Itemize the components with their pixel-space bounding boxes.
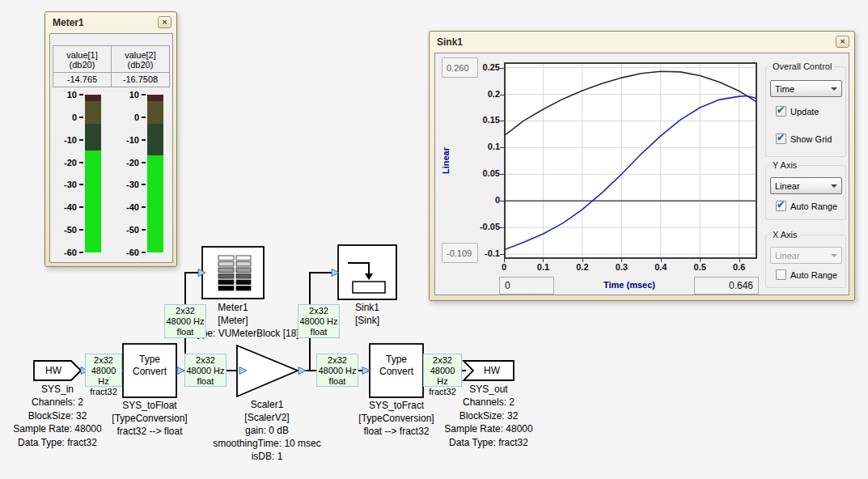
- meter1-titlebar[interactable]: Meter1 ✕: [45, 12, 176, 32]
- meter-scale-dash: [79, 162, 83, 163]
- meter-scale-dash: [79, 229, 83, 231]
- meter-scale-dash: [142, 139, 146, 141]
- x-scale-dropdown: Linear: [770, 247, 842, 264]
- update-checkbox-row[interactable]: Update: [772, 106, 819, 117]
- meter-scale-tick: -30: [116, 180, 139, 190]
- y-axis-title: Linear: [441, 137, 451, 185]
- y-auto-range-checkbox[interactable]: [776, 201, 786, 211]
- meter-bar-segment: [85, 150, 101, 252]
- axis-tick-label: [500, 95, 504, 95]
- type-convert-2-text: Type Convert: [370, 354, 423, 378]
- close-icon[interactable]: ✕: [836, 36, 849, 48]
- meter-bar-segment: [147, 101, 163, 124]
- meter-bar-segment: [147, 124, 163, 155]
- meter-scale-tick: -60: [116, 248, 139, 258]
- meter-scale-tick: 0: [116, 112, 139, 123]
- meter-scale-dash: [79, 117, 83, 118]
- pin: [362, 367, 370, 375]
- x-max-box[interactable]: 0.646: [694, 277, 759, 295]
- meter-scale-tick: -10: [54, 135, 77, 146]
- chevron-down-icon: [831, 184, 837, 188]
- overall-control-group: Overall Control Time Update Show Grid: [765, 66, 846, 157]
- x-axis-group: X Axis Linear Auto Range: [765, 235, 846, 288]
- meter-scale-tick: -50: [54, 225, 77, 235]
- overall-control-legend: Overall Control: [770, 61, 834, 71]
- axis-tick-label: 0.2: [569, 262, 596, 272]
- pin: [299, 367, 306, 375]
- vu-meter-bars: 100-10-20-30-40-50-60100-10-20-30-40-50-…: [50, 34, 172, 262]
- close-icon[interactable]: ✕: [158, 16, 171, 28]
- hw-in-label: HW: [34, 364, 73, 377]
- show-grid-checkbox-row[interactable]: Show Grid: [772, 134, 832, 144]
- axis-tick-label: 0.25: [466, 62, 500, 72]
- axis-tick-label: 0: [490, 262, 518, 272]
- axis-tick-label: [500, 227, 504, 228]
- x-auto-range-row[interactable]: Auto Range: [772, 269, 837, 280]
- x-min-box[interactable]: 0: [499, 277, 554, 295]
- sys-tofloat-caption: SYS_toFloat [TypeConversion] fract32 -->…: [89, 399, 210, 438]
- design-canvas: HW HW Type Convert Type Convert SYS_in C…: [0, 0, 868, 479]
- y-auto-range-row[interactable]: Auto Range: [772, 201, 837, 211]
- y-axis-legend: Y Axis: [770, 160, 799, 170]
- axis-tick-label: 0.6: [726, 262, 753, 272]
- axis-tick-label: [500, 147, 504, 148]
- y-scale-dropdown[interactable]: Linear: [770, 177, 842, 194]
- wire-label-fract32: 2x32 48000 Hz fract32: [423, 354, 462, 387]
- meter-scale-tick: 10: [116, 90, 139, 100]
- meter-scale-tick: -40: [116, 202, 139, 213]
- axis-tick-label: [500, 254, 504, 255]
- axis-tick-label: [543, 259, 544, 262]
- x-auto-range-checkbox[interactable]: [776, 269, 786, 280]
- meter-scale-dash: [142, 206, 146, 208]
- axis-tick-label: [504, 259, 505, 262]
- meter-scale-tick: -40: [54, 202, 77, 213]
- meter-scale-dash: [142, 229, 146, 231]
- meter-scale-tick: 0: [54, 112, 77, 123]
- sink1-content: 0.260 -0.109 Linear 00.10.20.30.40.50.60…: [434, 53, 849, 295]
- axis-tick-label: -0.05: [466, 222, 500, 231]
- meter-scale-dash: [142, 184, 146, 185]
- meter1-content: value[1] (db20) -14.765 value[2] (db20) …: [49, 33, 173, 263]
- chevron-down-icon: [831, 87, 837, 91]
- meter-scale-dash: [142, 117, 146, 118]
- wire-label-float: 2x32 48000 Hz float: [184, 354, 227, 387]
- meter1-window-title: Meter1: [53, 17, 84, 28]
- update-checkbox[interactable]: [776, 106, 786, 117]
- axis-tick-label: 0: [466, 195, 500, 205]
- scaler-caption: Scaler1 [ScalerV2] gain: 0 dB smoothingT…: [198, 398, 336, 463]
- axis-tick-label: 0.4: [647, 262, 675, 272]
- axis-tick-label: -0.1: [466, 248, 500, 258]
- sink1-titlebar[interactable]: Sink1 ✕: [430, 32, 854, 52]
- meter-bar-segment: [85, 101, 101, 124]
- axis-tick-label: 0.2: [466, 89, 500, 99]
- domain-dropdown[interactable]: Time: [770, 80, 842, 97]
- wire-label-float: 2x32 48000 Hz float: [316, 354, 358, 387]
- chevron-down-icon: [831, 254, 837, 257]
- axis-tick-label: [500, 121, 504, 121]
- wire-label-float: 2x32 48000 Hz float: [164, 304, 206, 338]
- meter-scale-tick: -30: [54, 180, 77, 190]
- axis-tick-label: 0.5: [686, 262, 713, 272]
- pin: [177, 367, 184, 375]
- meter-scale-dash: [142, 94, 146, 95]
- sink1-window: Sink1 ✕ 0.260 -0.109 Linear 00.10.20.30.…: [429, 31, 855, 301]
- y-axis-group: Y Axis Linear Auto Range: [765, 165, 846, 220]
- axis-tick-label: [500, 201, 504, 201]
- meter-scale-tick: -50: [116, 225, 139, 235]
- axis-tick-label: 0.1: [466, 142, 500, 151]
- meter-scale-dash: [79, 139, 83, 141]
- meter-scale-tick: -20: [116, 158, 139, 168]
- meter-scale-dash: [79, 252, 83, 253]
- meter-bar-segment: [85, 124, 101, 150]
- meter-scale-dash: [79, 206, 83, 208]
- wire-label-fract32: 2x32 48000 Hz fract32: [85, 354, 122, 387]
- show-grid-checkbox[interactable]: [776, 134, 786, 144]
- axis-tick-label: [700, 259, 701, 262]
- axis-tick-label: 0.1: [529, 262, 557, 272]
- scope-plot: [504, 62, 757, 259]
- meter-scale-dash: [142, 162, 146, 163]
- x-axis-legend: X Axis: [770, 230, 800, 240]
- axis-tick-label: [500, 174, 504, 175]
- axis-tick-label: [621, 259, 622, 262]
- meter-scale-dash: [79, 94, 83, 95]
